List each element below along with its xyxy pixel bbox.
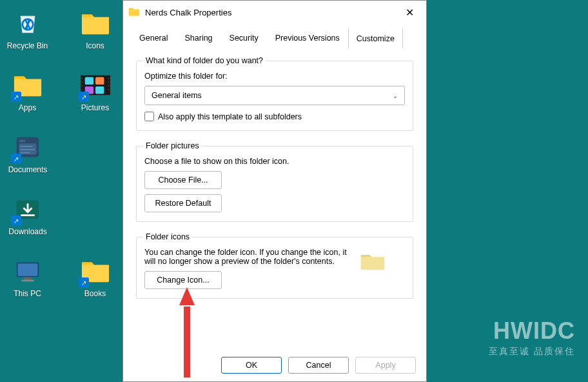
desktop-icon-label: Books: [84, 289, 106, 298]
checkbox-label: Also apply this template to all subfolde…: [158, 112, 302, 121]
titlebar: Nerds Chalk Properties ✕: [123, 1, 426, 24]
group-folder-kind: What kind of folder do you want? Optimiz…: [136, 56, 413, 131]
desktop-icon-books[interactable]: Books: [70, 256, 120, 298]
close-button[interactable]: ✕: [398, 3, 421, 22]
folder-pictures-text: Choose a file to show on this folder ico…: [144, 157, 405, 166]
pictures-icon: [80, 70, 111, 101]
dropdown-value: General items: [152, 91, 202, 100]
group-folder-icons: Folder icons You can change the folder i…: [136, 232, 413, 299]
chevron-down-icon: ⌄: [393, 92, 398, 99]
svg-rect-24: [17, 264, 37, 276]
svg-rect-19: [21, 149, 35, 150]
tab-sharing[interactable]: Sharing: [176, 28, 220, 48]
folder-icon-preview: [360, 250, 386, 274]
desktop-icon-label: Icons: [86, 41, 104, 50]
ok-button[interactable]: OK: [221, 357, 282, 374]
folder-icon: [80, 256, 111, 286]
choose-file-button[interactable]: Choose File...: [144, 171, 222, 189]
svg-point-9: [81, 81, 83, 83]
svg-rect-5: [95, 86, 104, 94]
desktop-icon-label: Apps: [19, 103, 36, 112]
svg-rect-2: [84, 77, 93, 85]
svg-rect-26: [21, 279, 34, 281]
tab-security[interactable]: Security: [221, 28, 267, 48]
desktop-icon-label: Pictures: [81, 103, 109, 112]
subfolders-checkbox-row[interactable]: Also apply this template to all subfolde…: [144, 112, 405, 121]
svg-rect-18: [21, 146, 33, 147]
svg-point-12: [108, 78, 109, 79]
group-legend: What kind of folder do you want?: [143, 56, 266, 65]
dialog-content: What kind of folder do you want? Optimiz…: [123, 48, 426, 349]
watermark: HWIDC 至真至诚 品质保住: [489, 317, 575, 357]
svg-rect-25: [24, 277, 32, 280]
dialog-button-bar: OK Cancel Apply: [123, 349, 426, 381]
folder-icon: [128, 6, 140, 18]
desktop-icon-label: Documents: [8, 165, 48, 174]
desktop-icon-label: This PC: [14, 289, 41, 298]
desktop-icon-label: Recycle Bin: [7, 41, 48, 50]
group-legend: Folder pictures: [143, 141, 202, 150]
svg-rect-4: [84, 86, 93, 94]
svg-rect-21: [19, 140, 26, 143]
desktop-icon-apps[interactable]: Apps: [3, 70, 52, 112]
watermark-big: HWIDC: [489, 317, 575, 345]
desktop-icon-recycle-bin[interactable]: Recycle Bin: [3, 8, 52, 50]
desktop-icon-downloads[interactable]: Downloads: [3, 194, 53, 236]
desktop-icon-label: Downloads: [8, 227, 46, 236]
desktop: Recycle Bin Icons Apps Pictures: [0, 0, 122, 325]
change-icon-button[interactable]: Change Icon...: [144, 271, 222, 289]
properties-dialog: Nerds Chalk Properties ✕ General Sharing…: [122, 0, 427, 382]
svg-point-15: [108, 89, 109, 90]
close-icon: ✕: [406, 6, 414, 19]
tab-general[interactable]: General: [131, 28, 176, 48]
tab-previous-versions[interactable]: Previous Versions: [267, 28, 348, 48]
optimize-label: Optimize this folder for:: [144, 72, 405, 81]
svg-rect-3: [95, 77, 104, 85]
dialog-title: Nerds Chalk Properties: [145, 8, 398, 17]
desktop-icon-this-pc[interactable]: This PC: [3, 256, 52, 298]
apply-button: Apply: [355, 357, 416, 374]
svg-point-14: [108, 85, 109, 86]
this-pc-icon: [12, 256, 43, 286]
documents-icon: [12, 132, 43, 163]
svg-point-10: [81, 85, 83, 86]
group-folder-pictures: Folder pictures Choose a file to show on…: [136, 141, 413, 222]
optimize-dropdown[interactable]: General items ⌄: [144, 86, 405, 105]
svg-point-8: [81, 78, 83, 79]
svg-rect-20: [21, 152, 30, 154]
folder-icons-text: You can change the folder icon. If you c…: [144, 248, 360, 266]
svg-point-11: [81, 89, 83, 90]
group-legend: Folder icons: [143, 232, 192, 241]
svg-point-13: [108, 81, 109, 83]
subfolders-checkbox[interactable]: [144, 112, 154, 121]
watermark-small: 至真至诚 品质保住: [489, 346, 575, 357]
desktop-icon-icons[interactable]: Icons: [70, 8, 120, 50]
desktop-icon-pictures[interactable]: Pictures: [70, 70, 120, 112]
recycle-bin-icon: [12, 8, 43, 39]
cancel-button[interactable]: Cancel: [288, 357, 349, 374]
tab-customize[interactable]: Customize: [348, 28, 403, 48]
desktop-icon-documents[interactable]: Documents: [3, 132, 53, 174]
folder-icon: [12, 70, 43, 101]
restore-default-button[interactable]: Restore Default: [144, 194, 222, 212]
tab-strip: General Sharing Security Previous Versio…: [123, 24, 426, 48]
downloads-icon: [12, 194, 43, 225]
folder-icon: [80, 8, 111, 39]
